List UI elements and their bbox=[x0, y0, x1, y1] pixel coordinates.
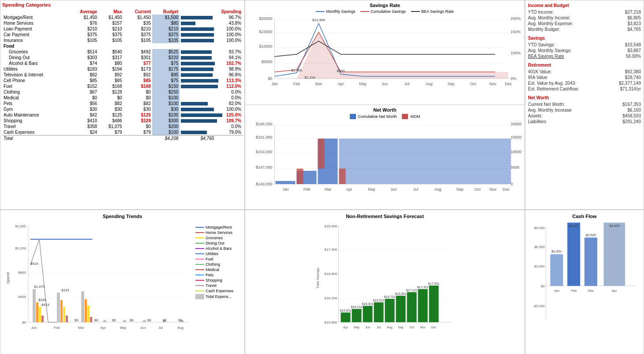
svg-text:10000: 10000 bbox=[511, 150, 522, 154]
svg-text:Apr: Apr bbox=[612, 289, 617, 293]
row-name: Fuel bbox=[2, 83, 67, 89]
svg-rect-81 bbox=[36, 302, 38, 322]
row-avg: $358 bbox=[67, 124, 98, 129]
svg-text:May: May bbox=[368, 187, 376, 192]
col-max: Max bbox=[98, 9, 124, 15]
row-avg: $74 bbox=[67, 60, 98, 66]
est-value-row: Est. Value by Aug. 2043: $2,377,149 bbox=[528, 80, 641, 86]
svg-rect-87 bbox=[66, 316, 68, 322]
row-avg: $92 bbox=[67, 72, 98, 78]
ytd-income-row: YTD Income: $27,218 bbox=[528, 9, 641, 15]
row-pct: 82.0% bbox=[215, 101, 243, 106]
svg-text:15000: 15000 bbox=[511, 135, 522, 139]
row-max: $85 bbox=[98, 78, 124, 83]
ira-row: IRA Value $28,740 bbox=[528, 75, 641, 80]
avg-monthly-savings-row: Avg. Monthly Savings: $3,887 bbox=[528, 48, 641, 53]
svg-text:$161,000: $161,000 bbox=[256, 135, 273, 139]
row-budget: $210 bbox=[152, 26, 180, 32]
row-pct: 100.0% bbox=[215, 26, 243, 32]
row-pct: 93.7% bbox=[215, 49, 243, 55]
legend-cumulative-nw: Cumulative Net Worth bbox=[350, 114, 397, 119]
net-worth-legend: Cumulative Net Worth MOM bbox=[247, 114, 522, 119]
row-budget: $105 bbox=[152, 38, 180, 43]
ytd-savings-row: YTD Savings: $15,548 bbox=[528, 42, 641, 48]
svg-text:$524: $524 bbox=[30, 262, 38, 266]
row-current: $30 bbox=[124, 106, 152, 112]
legend-clothing: Clothing bbox=[195, 262, 233, 267]
row-current: $85 bbox=[124, 78, 152, 83]
row-avg: $410 bbox=[67, 118, 98, 124]
svg-text:Spend: Spend bbox=[6, 272, 10, 284]
total-row: Total $4,208 $4,765 bbox=[2, 136, 243, 142]
svg-text:$15,600: $15,600 bbox=[325, 320, 337, 324]
svg-text:Feb: Feb bbox=[571, 289, 577, 293]
svg-text:Jul: Jul bbox=[404, 82, 410, 86]
row-pct: 0.0% bbox=[215, 89, 243, 95]
est-value-value: $2,377,149 bbox=[619, 81, 641, 86]
ira-value: $28,740 bbox=[625, 75, 641, 80]
row-current: $375 bbox=[124, 32, 152, 38]
avg-monthly-income-row: Avg. Monthly Income: $6,805 bbox=[528, 15, 641, 21]
svg-text:$15000: $15000 bbox=[259, 30, 272, 34]
current-nw-row: Current Net Worth: $167,353 bbox=[528, 102, 641, 107]
svg-text:$1,200: $1,200 bbox=[15, 246, 26, 250]
row-bar bbox=[180, 60, 215, 66]
legend-bea-savings: BEA Savings Rate bbox=[411, 9, 454, 14]
legend-pets: Pets bbox=[195, 273, 233, 277]
row-pct: 102.7% bbox=[215, 60, 243, 66]
svg-rect-89 bbox=[85, 299, 87, 322]
monthly-budget-value: $4,765 bbox=[627, 27, 641, 32]
svg-text:$0: $0 bbox=[178, 318, 182, 322]
row-budget: $75 bbox=[152, 78, 180, 83]
svg-rect-168 bbox=[584, 237, 597, 286]
svg-text:Mar: Mar bbox=[78, 326, 84, 330]
svg-text:$17,531: $17,531 bbox=[428, 282, 439, 285]
assets-label: Assets: bbox=[528, 113, 543, 118]
savings-rate-chart: Savings Rate Monthly Savings Cumulative … bbox=[245, 0, 524, 105]
bea-savings-row: BEA Savings Rate 56.00% bbox=[528, 53, 641, 59]
svg-rect-85 bbox=[60, 300, 63, 322]
row-max: $375 bbox=[98, 32, 124, 38]
row-avg: $56 bbox=[67, 101, 98, 106]
row-avg: $0 bbox=[67, 95, 98, 101]
svg-rect-131 bbox=[363, 306, 373, 322]
svg-rect-53 bbox=[318, 139, 325, 169]
row-name: Cash Expenses bbox=[2, 129, 67, 136]
liabilities-row: Liabilities $291,240 bbox=[528, 119, 641, 124]
ira-label: IRA Value bbox=[528, 75, 547, 80]
bea-savings-label: BEA Savings Rate bbox=[421, 9, 454, 14]
svg-rect-167 bbox=[567, 222, 580, 286]
row-current: $0 bbox=[124, 89, 152, 95]
row-budget: $300 bbox=[152, 118, 180, 124]
row-budget: $525 bbox=[152, 49, 180, 55]
row-budget: $150 bbox=[152, 83, 180, 89]
legend-cash-expenses: Cash Expenses bbox=[195, 289, 233, 293]
row-name: Groceries bbox=[2, 49, 67, 55]
row-max: $210 bbox=[98, 26, 124, 32]
svg-text:Nov: Nov bbox=[420, 326, 426, 329]
svg-text:$147,000: $147,000 bbox=[256, 165, 273, 169]
svg-text:$20000: $20000 bbox=[259, 16, 272, 21]
est-cashflow-value: $71,314/yr bbox=[620, 87, 641, 91]
svg-text:Oct: Oct bbox=[409, 326, 414, 329]
row-avg: $375 bbox=[67, 32, 98, 38]
avg-monthly-savings-value: $3,887 bbox=[627, 48, 641, 53]
svg-text:$16,200: $16,200 bbox=[325, 296, 337, 300]
row-current: $329 bbox=[124, 118, 152, 124]
row-avg: $30 bbox=[67, 106, 98, 112]
svg-text:$3,327: $3,327 bbox=[569, 224, 579, 228]
row-name: Clothing bbox=[2, 89, 67, 95]
svg-text:$0: $0 bbox=[75, 318, 79, 322]
row-budget: $95 bbox=[152, 72, 180, 78]
svg-rect-90 bbox=[87, 305, 90, 322]
svg-text:$140,000: $140,000 bbox=[256, 182, 273, 186]
svg-rect-136 bbox=[418, 289, 428, 322]
svg-text:$1,466: $1,466 bbox=[291, 68, 302, 72]
avg-monthly-expense-label: Avg. Monthly Expense: bbox=[528, 21, 573, 26]
row-budget: $100 bbox=[152, 95, 180, 101]
savings-title: Savings bbox=[528, 36, 641, 41]
row-budget: $100 bbox=[152, 101, 180, 106]
col-budget: Budget bbox=[152, 9, 180, 15]
avg-monthly-expense-row: Avg. Monthly Expense: $3,823 bbox=[528, 21, 641, 26]
spending-categories-title: Spending Categories bbox=[2, 2, 243, 8]
